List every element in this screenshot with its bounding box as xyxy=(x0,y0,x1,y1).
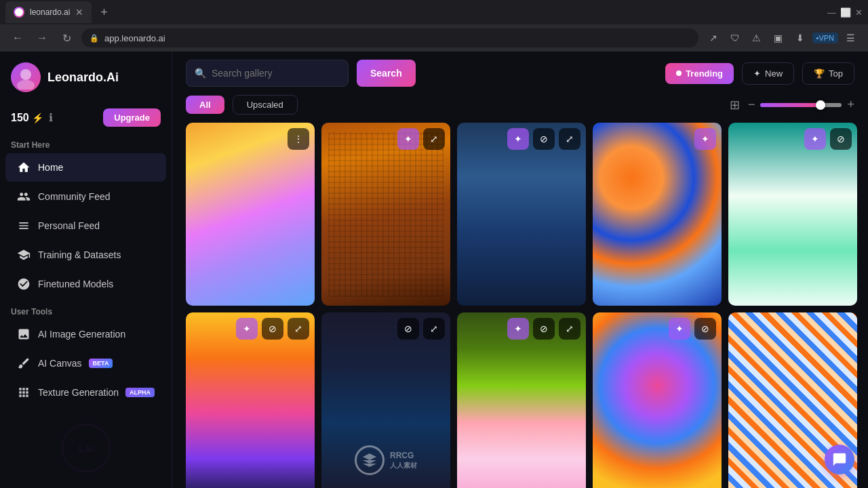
search-input-wrapper[interactable]: 🔍 xyxy=(186,60,349,87)
gallery-item[interactable]: ✦ xyxy=(593,123,722,306)
sidebar-item-personal-feed[interactable]: Personal Feed xyxy=(5,211,166,240)
canvas-icon xyxy=(16,356,31,371)
sidebar-item-finetuned[interactable]: Finetuned Models xyxy=(5,270,166,298)
sidebar-item-ai-image[interactable]: AI Image Generation xyxy=(5,320,166,348)
minimize-button[interactable]: — xyxy=(827,7,836,18)
zoom-out-button[interactable]: − xyxy=(748,98,755,112)
gallery-item[interactable]: ✦ ⊘ ⤢ xyxy=(457,123,586,306)
community-icon xyxy=(16,189,31,204)
active-tab[interactable]: leonardo.ai ✕ xyxy=(5,1,92,23)
back-button[interactable]: ← xyxy=(8,28,27,47)
top-button[interactable]: 🏆 Top xyxy=(802,62,854,85)
gallery-item[interactable]: ⊘ ⤢ RRCG人人素材 xyxy=(321,312,450,488)
menu-button[interactable]: ☰ xyxy=(841,28,860,47)
new-tab-button[interactable]: + xyxy=(94,3,113,22)
top-icon: 🏆 xyxy=(814,68,825,79)
card-actions: ✦ ⤢ xyxy=(397,128,445,150)
tab-close-button[interactable]: ✕ xyxy=(75,7,83,18)
sidebar-item-community-label: Community Feed xyxy=(38,191,111,202)
address-bar[interactable]: 🔒 app.leonardo.ai xyxy=(81,28,698,47)
gallery-item[interactable]: ⋮ xyxy=(186,123,315,306)
card-actions: ✦ ⊘ ⤢ xyxy=(507,318,580,340)
zoom-controls: − + xyxy=(748,98,854,112)
card-magic-button[interactable]: ✦ xyxy=(804,128,826,150)
sidebar-item-community-feed[interactable]: Community Feed xyxy=(5,182,166,211)
credits-row: 150 ⚡ ℹ Upgrade xyxy=(0,103,172,132)
gallery-item[interactable]: ✦ ⊘ ⤢ xyxy=(186,312,315,488)
start-here-label: Start Here xyxy=(0,132,172,152)
watermark-overlay: RRCG人人素材 xyxy=(355,445,417,475)
download-button[interactable]: ⬇ xyxy=(791,28,810,47)
sidebar-item-home[interactable]: Home xyxy=(5,153,166,182)
card-top-action[interactable]: ⋮ xyxy=(288,128,309,150)
card-magic-button[interactable]: ✦ xyxy=(397,128,419,150)
card-expand-button[interactable]: ⤢ xyxy=(423,318,445,340)
zoom-slider[interactable] xyxy=(760,103,842,107)
gallery-item[interactable]: ✦ ⊘ xyxy=(593,312,722,488)
reload-button[interactable]: ↻ xyxy=(57,28,76,47)
browser-chrome: leonardo.ai ✕ + — ⬜ ✕ ← → ↻ 🔒 app.leonar… xyxy=(0,0,868,52)
avatar xyxy=(11,62,41,92)
card-actions: ✦ ⊘ ⤢ xyxy=(236,318,309,340)
trending-button[interactable]: Trending xyxy=(665,63,734,84)
card-actions: ✦ ⊘ ⤢ xyxy=(507,128,580,150)
filter-upscaled-button[interactable]: Upscaled xyxy=(233,95,298,115)
gallery-row-2: ✦ ⊘ ⤢ ⊘ ⤢ RRCG xyxy=(186,312,854,488)
models-icon xyxy=(16,277,31,291)
card-actions: ✦ ⊘ xyxy=(804,128,852,150)
card-magic-button[interactable]: ✦ xyxy=(236,318,258,340)
credits-value: 150 xyxy=(11,112,29,124)
credits-display: 150 ⚡ xyxy=(11,112,43,124)
search-input[interactable] xyxy=(212,68,340,79)
card-magic-button[interactable]: ✦ xyxy=(669,318,690,340)
card-slash-button[interactable]: ⊘ xyxy=(830,128,852,150)
share-button[interactable]: ↗ xyxy=(704,28,723,47)
svg-point-2 xyxy=(17,80,35,89)
nav-actions: ↗ 🛡 ⚠ ▣ ⬇ •VPN ☰ xyxy=(704,28,860,47)
maximize-button[interactable]: ⬜ xyxy=(840,7,851,18)
card-actions: ✦ ⊘ xyxy=(669,318,716,340)
sidebar-item-training-label: Training & Datasets xyxy=(38,249,121,260)
alert-button[interactable]: ⚠ xyxy=(747,28,766,47)
alpha-badge: ALPHA xyxy=(125,388,155,397)
sidebar-item-ai-image-label: AI Image Generation xyxy=(38,329,125,340)
card-expand-button[interactable]: ⤢ xyxy=(423,128,445,150)
sidebar-item-training[interactable]: Training & Datasets xyxy=(5,241,166,269)
gallery-item[interactable]: ✦ ⤢ xyxy=(321,123,450,306)
card-magic-button[interactable]: ✦ xyxy=(694,128,716,150)
grid-view-button[interactable]: ⊞ xyxy=(730,98,740,113)
new-button[interactable]: ✦ New xyxy=(742,62,794,85)
card-actions: ⊘ ⤢ xyxy=(397,318,445,340)
credits-info-button[interactable]: ℹ xyxy=(49,111,53,124)
card-slash-button[interactable]: ⊘ xyxy=(397,318,419,340)
gallery-item[interactable]: ✦ ⊘ ⤢ xyxy=(457,312,586,488)
card-slash-button[interactable]: ⊘ xyxy=(533,318,555,340)
tab-title: leonardo.ai xyxy=(30,7,70,17)
search-button[interactable]: Search xyxy=(357,60,416,87)
training-icon xyxy=(16,247,31,262)
card-slash-button[interactable]: ⊘ xyxy=(262,318,283,340)
chat-bubble-button[interactable] xyxy=(825,445,854,474)
zoom-in-button[interactable]: + xyxy=(847,98,854,112)
gallery-item[interactable]: ✦ ⊘ xyxy=(728,123,857,306)
forward-button[interactable]: → xyxy=(33,28,52,47)
filter-all-button[interactable]: All xyxy=(186,96,224,114)
shield-button[interactable]: 🛡 xyxy=(726,28,745,47)
card-magic-button[interactable]: ✦ xyxy=(507,128,529,150)
sidebar-item-ai-canvas[interactable]: AI Canvas BETA xyxy=(5,349,166,378)
sidebar-header: Leonardo.Ai xyxy=(0,52,172,103)
card-expand-button[interactable]: ⤢ xyxy=(559,318,580,340)
tab-favicon xyxy=(14,7,24,18)
upgrade-button[interactable]: Upgrade xyxy=(103,108,161,127)
card-slash-button[interactable]: ⊘ xyxy=(533,128,555,150)
sidebar-item-texture[interactable]: Texture Generation ALPHA xyxy=(5,378,166,407)
card-expand-button[interactable]: ⤢ xyxy=(559,128,580,150)
reader-button[interactable]: ▣ xyxy=(769,28,788,47)
card-slash-button[interactable]: ⊘ xyxy=(694,318,716,340)
card-magic-button[interactable]: ✦ xyxy=(507,318,529,340)
close-window-button[interactable]: ✕ xyxy=(855,7,863,18)
url-text: app.leonardo.ai xyxy=(104,33,165,43)
svg-text:LAi: LAi xyxy=(78,443,94,454)
card-expand-button[interactable]: ⤢ xyxy=(288,318,309,340)
sidebar-watermark: LAi xyxy=(0,407,172,488)
